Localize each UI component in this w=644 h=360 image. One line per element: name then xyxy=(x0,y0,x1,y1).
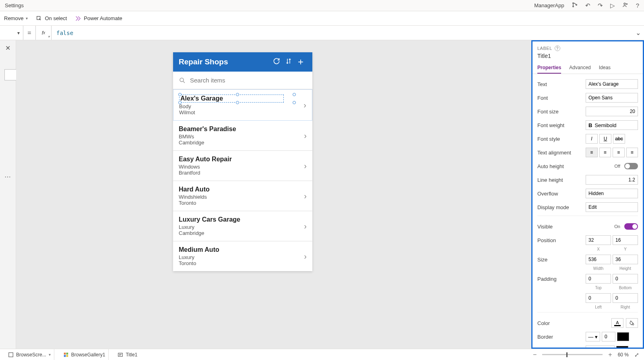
play-icon[interactable]: ▷ xyxy=(610,2,615,9)
property-selector[interactable]: ▾ xyxy=(0,26,23,40)
selection-handle[interactable] xyxy=(236,101,239,104)
lineheight-input[interactable] xyxy=(586,175,638,185)
chevron-right-icon[interactable]: › xyxy=(303,101,306,110)
selection-handle[interactable] xyxy=(178,93,182,96)
pad-left-input[interactable] xyxy=(586,293,611,303)
item-title[interactable]: Alex's Garage xyxy=(179,95,284,103)
breadcrumb[interactable]: BrowseGallery1 xyxy=(60,349,109,360)
power-automate-button[interactable]: Power Automate xyxy=(75,15,122,22)
expand-formula-icon[interactable]: ⌄ xyxy=(632,29,644,37)
pos-y-input[interactable] xyxy=(613,235,638,245)
align-left-button[interactable]: ≡ xyxy=(586,148,598,157)
sublabel: Left xyxy=(586,305,611,309)
chevron-right-icon[interactable]: › xyxy=(304,131,307,140)
pad-top-input[interactable] xyxy=(586,274,611,284)
fill-color-button[interactable] xyxy=(626,318,638,328)
onselect-button[interactable]: On select xyxy=(36,15,67,22)
focused-border-input[interactable] xyxy=(586,346,615,349)
search-input[interactable] xyxy=(190,77,307,84)
chevron-right-icon[interactable]: › xyxy=(304,161,307,171)
list-item[interactable]: Medium Auto Luxury Toronto › xyxy=(173,241,312,271)
text-input[interactable] xyxy=(586,79,638,89)
app-header-title: Repair Shops xyxy=(179,58,270,66)
italic-button[interactable]: I xyxy=(586,134,598,144)
crumb-label: Title1 xyxy=(126,352,137,358)
border-color-swatch[interactable] xyxy=(617,332,629,341)
prop-label: Overflow xyxy=(537,191,586,197)
selection-handle[interactable] xyxy=(236,93,239,96)
app-name: ManagerApp xyxy=(534,2,564,8)
crumb-label: BrowseGallery1 xyxy=(71,352,105,358)
font-color-button[interactable]: A xyxy=(611,318,623,328)
focused-border-color-swatch[interactable] xyxy=(616,346,628,349)
breadcrumb[interactable]: BrowseScre... ▾ xyxy=(5,349,54,360)
underline-button[interactable]: U xyxy=(599,134,611,144)
svg-point-1 xyxy=(572,6,574,7)
breadcrumb[interactable]: Title1 xyxy=(114,349,140,360)
share-icon[interactable] xyxy=(622,2,629,9)
undo-icon[interactable]: ↶ xyxy=(585,2,590,9)
border-style-select[interactable]: — ▾ xyxy=(586,332,600,341)
list-item[interactable]: Luxury Cars Garage Luxury Cambridge › xyxy=(173,211,312,241)
zoom-slider[interactable] xyxy=(542,354,603,355)
search-bar xyxy=(173,72,312,89)
search-icon xyxy=(179,77,186,84)
svg-point-3 xyxy=(624,3,625,4)
pos-x-input[interactable] xyxy=(586,235,611,245)
align-right-button[interactable]: ≡ xyxy=(613,148,625,157)
formula-input[interactable]: false xyxy=(52,30,632,36)
border-width-input[interactable] xyxy=(602,332,615,341)
pad-bottom-input[interactable] xyxy=(613,274,638,284)
visible-toggle[interactable] xyxy=(624,223,638,230)
overflow-select[interactable] xyxy=(586,189,638,198)
align-justify-button[interactable]: ≡ xyxy=(626,148,638,157)
height-input[interactable] xyxy=(613,255,638,264)
status-bar: BrowseScre... ▾ BrowseGallery1 Title1 − … xyxy=(0,349,644,360)
add-icon[interactable]: + xyxy=(295,56,307,68)
tree-stub[interactable] xyxy=(4,69,17,80)
prop-label: Display mode xyxy=(537,204,586,210)
help-icon[interactable]: ? xyxy=(636,2,639,9)
tab-advanced[interactable]: Advanced xyxy=(569,65,590,74)
refresh-icon[interactable] xyxy=(270,57,283,67)
sublabel: Right xyxy=(613,305,638,309)
canvas[interactable]: Repair Shops + Alex's Garage Body Wilmot… xyxy=(16,40,531,349)
pad-right-input[interactable] xyxy=(613,293,638,303)
redo-icon[interactable]: ↷ xyxy=(598,2,603,9)
font-select[interactable] xyxy=(586,93,638,103)
selection-handle[interactable] xyxy=(178,101,182,104)
prop-label: Auto height xyxy=(537,163,586,169)
chevron-right-icon[interactable]: › xyxy=(304,222,307,231)
chevron-right-icon[interactable]: › xyxy=(304,252,307,261)
item-title: Hard Auto xyxy=(179,186,307,193)
sort-icon[interactable] xyxy=(283,58,295,67)
fontweight-value[interactable]: Semibold xyxy=(594,122,616,128)
source-control-icon[interactable] xyxy=(572,2,578,9)
selection-handle[interactable] xyxy=(293,93,296,96)
tab-properties[interactable]: Properties xyxy=(537,65,561,74)
strike-button[interactable]: abc xyxy=(613,134,625,144)
zoom-value: 60 % xyxy=(618,352,629,358)
list-item[interactable]: Alex's Garage Body Wilmot › xyxy=(173,89,312,121)
selection-handle[interactable] xyxy=(293,101,296,104)
prop-label: Size xyxy=(537,257,586,263)
zoom-out-button[interactable]: − xyxy=(533,351,537,358)
list-item[interactable]: Hard Auto Windshields Toronto › xyxy=(173,181,312,211)
displaymode-select[interactable] xyxy=(586,202,638,212)
remove-button[interactable]: Remove ▾ xyxy=(4,15,28,21)
item-sub2: Wilmot xyxy=(179,109,306,115)
info-icon[interactable]: ? xyxy=(555,45,560,51)
fit-screen-icon[interactable]: ⤢ xyxy=(634,352,639,358)
width-input[interactable] xyxy=(586,255,611,264)
item-title: Luxury Cars Garage xyxy=(179,216,307,223)
align-center-button[interactable]: ≡ xyxy=(599,148,611,157)
fontsize-input[interactable] xyxy=(586,107,638,116)
autoheight-toggle[interactable] xyxy=(624,163,638,169)
close-tree-icon[interactable]: ✕ xyxy=(0,44,16,52)
list-item[interactable]: Beamer's Paradise BMWs Cambridge › xyxy=(173,121,312,151)
tab-ideas[interactable]: Ideas xyxy=(599,65,611,74)
list-item[interactable]: Easy Auto Repair Windows Brantford › xyxy=(173,151,312,181)
chevron-right-icon[interactable]: › xyxy=(304,191,307,201)
zoom-in-button[interactable]: + xyxy=(608,351,612,358)
more-icon[interactable]: ⋯ xyxy=(0,173,16,181)
